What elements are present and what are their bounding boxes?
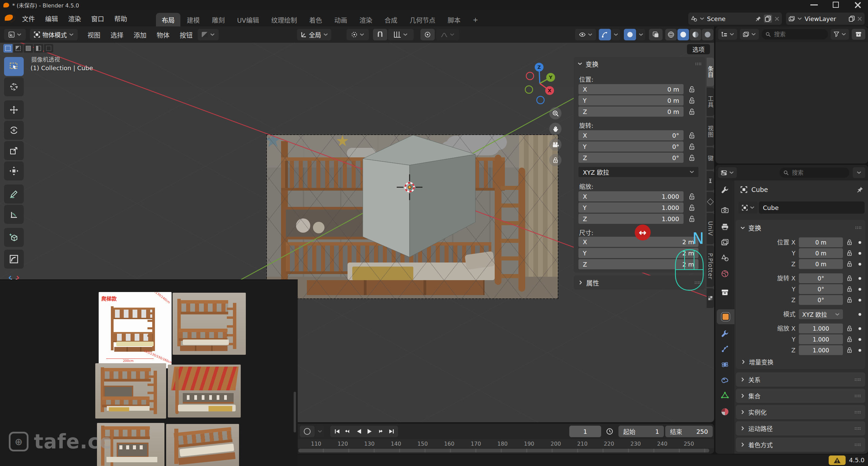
select-mode-new[interactable] (3, 44, 13, 53)
tab-data-icon[interactable] (721, 391, 729, 399)
viewport-menu-object[interactable]: 物体 (152, 26, 175, 43)
prop-rot-z-field[interactable]: 0° (799, 295, 843, 305)
lock-icon[interactable] (846, 239, 852, 245)
properties-options-dropdown[interactable] (853, 167, 865, 178)
breadcrumb-object-name[interactable]: Cube (751, 186, 768, 193)
panel-shading[interactable]: 着色方式 (736, 438, 865, 452)
lock-icon[interactable] (688, 86, 695, 93)
panel-collections[interactable]: 集合 (736, 389, 865, 403)
viewport-menu-add[interactable]: 添加 (129, 26, 152, 43)
workspace-tab-compositing[interactable]: 合成 (379, 13, 403, 26)
shading-material-button[interactable] (690, 29, 701, 40)
auto-keying-dropdown[interactable] (315, 426, 324, 437)
proportional-falloff-button[interactable] (436, 29, 459, 40)
next-keyframe-button[interactable] (375, 426, 386, 436)
transform-panel-header[interactable]: 变换 (741, 223, 861, 232)
keyframe-dot[interactable] (859, 338, 861, 341)
lock-icon[interactable] (846, 297, 852, 303)
frame-start-field[interactable]: 起始 1 (618, 426, 664, 437)
scene-browse-chevron[interactable] (700, 17, 704, 20)
lock-icon[interactable] (688, 154, 695, 161)
ntab-hourglass-icon[interactable] (707, 171, 714, 191)
scale-y-field[interactable]: Y1.000 (578, 202, 684, 213)
location-x-field[interactable]: X0 m (578, 84, 684, 94)
keyframe-dot[interactable] (859, 277, 861, 280)
location-z-field[interactable]: Z0 m (578, 106, 684, 117)
workspace-tab-rendering[interactable]: 渲染 (354, 13, 378, 26)
rotation-x-field[interactable]: X0° (578, 130, 684, 140)
keyframe-dot[interactable] (859, 327, 861, 330)
tool-scale[interactable] (4, 141, 24, 160)
blender-menu-logo-icon[interactable] (5, 15, 15, 22)
workspace-tab-uv[interactable]: UV编辑 (231, 13, 265, 26)
ntab-tool[interactable]: 工具 (707, 88, 714, 116)
pin-icon[interactable] (755, 16, 761, 22)
snap-toggle-button[interactable] (373, 29, 387, 40)
tool-extrude-corner[interactable] (4, 250, 24, 269)
tab-modifiers-wrench-icon[interactable] (721, 330, 729, 337)
tab-scene-icon[interactable] (721, 254, 729, 261)
lock-icon[interactable] (688, 97, 695, 104)
viewlayer-duplicate-icon[interactable] (849, 16, 855, 22)
scene-delete-icon[interactable] (775, 17, 779, 21)
new-collection-button[interactable] (852, 29, 865, 40)
tab-tool-icon[interactable] (721, 186, 729, 193)
ntab-item[interactable]: 条目 (707, 58, 714, 86)
rotation-mode-dropdown[interactable]: XYZ 欧拉 (799, 309, 843, 319)
ntab-qr-icon[interactable] (707, 288, 714, 308)
lock-icon[interactable] (688, 215, 695, 222)
tab-viewlayer-icon[interactable] (721, 239, 729, 246)
viewport-menu-select[interactable]: 选择 (105, 26, 129, 43)
menu-edit[interactable]: 编辑 (40, 10, 63, 26)
reference-thumbnail[interactable] (95, 363, 166, 419)
keyframe-dot[interactable] (859, 313, 861, 316)
keyframe-dot[interactable] (859, 263, 861, 266)
lock-icon[interactable] (846, 286, 852, 292)
outliner-search[interactable] (762, 29, 828, 39)
auto-keying-toggle[interactable] (300, 426, 315, 437)
xray-toggle[interactable] (649, 29, 663, 40)
navigation-gizmo[interactable]: Z Y X (521, 60, 564, 106)
gizmos-toggle[interactable] (599, 29, 611, 40)
play-button[interactable] (364, 426, 375, 436)
ntab-cube-icon[interactable] (707, 192, 714, 212)
scene-icon[interactable] (691, 16, 697, 22)
workspace-tab-modeling[interactable]: 建模 (181, 13, 205, 26)
select-mode-extend[interactable] (14, 44, 23, 53)
reference-thumbnail[interactable] (173, 293, 246, 355)
jump-to-end-button[interactable] (386, 426, 397, 436)
viewport-menu-view[interactable]: 视图 (82, 26, 105, 43)
panel-motion-paths[interactable]: 运动路径 (736, 421, 865, 435)
keyframe-dot[interactable] (859, 241, 861, 244)
ntab-view[interactable]: 视图 (707, 117, 714, 146)
gizmos-dropdown[interactable] (611, 29, 620, 40)
menu-render[interactable]: 渲染 (63, 10, 86, 26)
prop-loc-x-field[interactable]: 0 m (799, 237, 843, 247)
pivot-point-selector[interactable] (347, 29, 369, 40)
lock-icon[interactable] (688, 143, 695, 150)
cube-object[interactable] (363, 135, 475, 257)
lock-icon[interactable] (846, 250, 852, 256)
panel-relations[interactable]: 关系 (736, 372, 865, 387)
previous-keyframe-button[interactable] (342, 426, 353, 436)
version-warning-badge[interactable] (829, 455, 846, 465)
rotation-y-field[interactable]: Y0° (578, 141, 684, 152)
snap-settings-button[interactable] (388, 29, 414, 40)
tab-particles-icon[interactable] (721, 345, 729, 353)
lock-icon[interactable] (846, 347, 852, 353)
tool-cursor[interactable] (4, 77, 24, 96)
clock-icon[interactable] (606, 428, 613, 435)
tool-transform[interactable] (4, 161, 24, 180)
viewlayer-name[interactable]: ViewLayer (805, 15, 836, 22)
keyframe-dot[interactable] (859, 252, 861, 255)
lock-icon[interactable] (846, 261, 852, 267)
viewlayer-browse-chevron[interactable] (797, 17, 802, 20)
rotation-mode-dropdown[interactable]: XYZ 欧拉 (578, 167, 698, 177)
scale-z-field[interactable]: Z1.000 (578, 214, 684, 224)
menu-help[interactable]: 帮助 (109, 10, 132, 26)
nav-pan-button[interactable] (549, 123, 561, 135)
ntab-pplotter[interactable]: P.Plotter (707, 246, 714, 287)
viewlayer-delete-icon[interactable] (857, 17, 862, 21)
reference-thumbnail[interactable] (166, 424, 239, 466)
frame-end-field[interactable]: 结束 250 (665, 426, 713, 437)
